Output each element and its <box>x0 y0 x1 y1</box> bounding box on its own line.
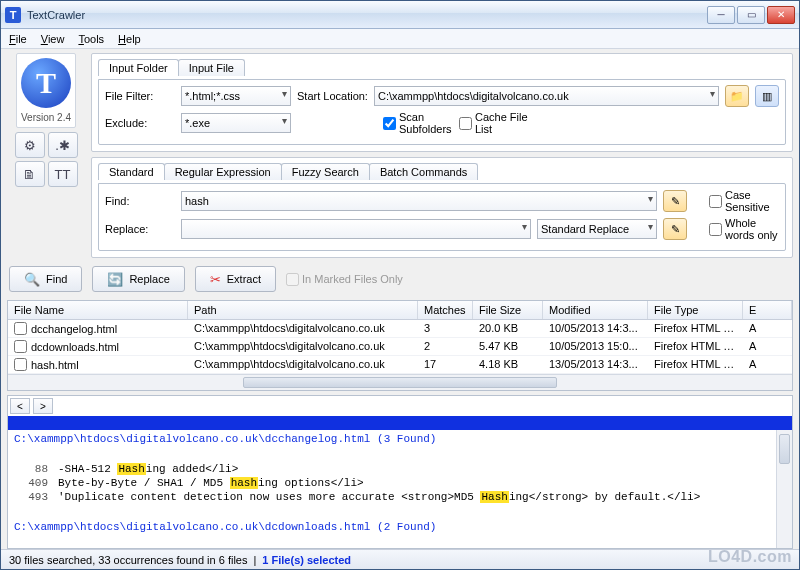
replace-input[interactable] <box>181 219 531 239</box>
row-checkbox[interactable] <box>14 340 27 353</box>
columns-icon: ▥ <box>762 90 772 103</box>
preview-vscrollbar[interactable] <box>776 430 792 548</box>
row-checkbox[interactable] <box>14 322 27 335</box>
results-grid: File Name Path Matches File Size Modifie… <box>7 300 793 391</box>
app-icon: T <box>5 7 21 23</box>
table-row[interactable]: hash.htmlC:\xammpp\htdocs\digitalvolcano… <box>8 356 792 374</box>
prev-match-button[interactable]: < <box>10 398 30 414</box>
file-filter-label: File Filter: <box>105 90 175 102</box>
scan-subfolders-checkbox[interactable]: Scan Subfolders <box>383 111 453 135</box>
cache-filelist-checkbox[interactable]: Cache File List <box>459 111 529 135</box>
preview-line[interactable]: 493'Duplicate content detection now uses… <box>8 490 776 504</box>
replace-label: Replace: <box>105 223 175 235</box>
preview-file-header[interactable]: C:\xammpp\htdocs\digitalvolcano.co.uk\dc… <box>8 518 776 536</box>
tab-batch[interactable]: Batch Commands <box>369 163 478 180</box>
settings-button[interactable]: ⚙ <box>15 132 45 158</box>
preview-line[interactable]: 409Byte-by-Byte / SHA1 / MD5 hashing opt… <box>8 476 776 490</box>
selection-bar <box>8 416 792 430</box>
pencil-icon: ✎ <box>671 223 680 236</box>
tab-standard[interactable]: Standard <box>98 163 165 180</box>
document-button[interactable]: 🗎 <box>15 161 45 187</box>
app-logo: T <box>21 58 71 108</box>
col-filename[interactable]: File Name <box>8 301 188 319</box>
menu-view[interactable]: View <box>41 33 65 45</box>
menu-help[interactable]: Help <box>118 33 141 45</box>
replace-button[interactable]: 🔄Replace <box>92 266 184 292</box>
col-filetype[interactable]: File Type <box>648 301 743 319</box>
minimize-button[interactable]: ─ <box>707 6 735 24</box>
tab-regex[interactable]: Regular Expression <box>164 163 282 180</box>
col-enc[interactable]: E <box>743 301 792 319</box>
start-location-label: Start Location: <box>297 90 368 102</box>
search-panel: Standard Regular Expression Fuzzy Search… <box>91 157 793 258</box>
browse-folder-button[interactable]: 📁 <box>725 85 749 107</box>
search-icon: 🔍 <box>24 272 40 287</box>
col-matches[interactable]: Matches <box>418 301 473 319</box>
row-checkbox[interactable] <box>14 358 27 371</box>
menubar: File View Tools Help <box>1 29 799 49</box>
replace-icon: 🔄 <box>107 272 123 287</box>
layout-button[interactable]: ▥ <box>755 85 779 107</box>
preview-file-header[interactable]: C:\xammpp\htdocs\digitalvolcano.co.uk\dc… <box>8 430 776 448</box>
table-row[interactable]: dcdownloads.htmlC:\xammpp\htdocs\digital… <box>8 338 792 356</box>
preview-line[interactable]: 88-SHA-512 Hashing added</li> <box>8 462 776 476</box>
file-filter-input[interactable] <box>181 86 291 106</box>
replace-mode-select[interactable] <box>537 219 657 239</box>
edit-find-button[interactable]: ✎ <box>663 190 687 212</box>
find-input[interactable] <box>181 191 657 211</box>
grid-hscrollbar[interactable] <box>8 374 792 390</box>
folder-icon: 📁 <box>730 90 744 103</box>
statusbar: 30 files searched, 33 occurrences found … <box>1 549 799 569</box>
maximize-button[interactable]: ▭ <box>737 6 765 24</box>
table-row[interactable]: dcchangelog.htmlC:\xammpp\htdocs\digital… <box>8 320 792 338</box>
preview-pane: < > C:\xammpp\htdocs\digitalvolcano.co.u… <box>7 395 793 549</box>
close-button[interactable]: ✕ <box>767 6 795 24</box>
scissors-icon: ✂ <box>210 272 221 287</box>
tab-fuzzy[interactable]: Fuzzy Search <box>281 163 370 180</box>
version-label: Version 2.4 <box>21 112 71 123</box>
status-summary: 30 files searched, 33 occurrences found … <box>9 554 247 566</box>
input-panel: Input Folder Input File File Filter: Sta… <box>91 53 793 152</box>
whole-words-checkbox[interactable]: Whole words only <box>709 217 779 241</box>
pencil-icon: ✎ <box>671 195 680 208</box>
menu-file[interactable]: File <box>9 33 27 45</box>
next-match-button[interactable]: > <box>33 398 53 414</box>
menu-tools[interactable]: Tools <box>78 33 104 45</box>
extract-button[interactable]: ✂Extract <box>195 266 276 292</box>
col-path[interactable]: Path <box>188 301 418 319</box>
tab-input-folder[interactable]: Input Folder <box>98 59 179 76</box>
start-location-input[interactable] <box>374 86 719 106</box>
col-modified[interactable]: Modified <box>543 301 648 319</box>
regex-tester-button[interactable]: .✱ <box>48 132 78 158</box>
edit-replace-button[interactable]: ✎ <box>663 218 687 240</box>
tab-input-file[interactable]: Input File <box>178 59 245 76</box>
exclude-label: Exclude: <box>105 117 175 129</box>
col-filesize[interactable]: File Size <box>473 301 543 319</box>
exclude-input[interactable] <box>181 113 291 133</box>
status-selected: 1 File(s) selected <box>262 554 351 566</box>
text-tool-button[interactable]: TT <box>48 161 78 187</box>
window-title: TextCrawler <box>27 9 707 21</box>
find-label: Find: <box>105 195 175 207</box>
case-sensitive-checkbox[interactable]: Case Sensitive <box>709 189 779 213</box>
find-button[interactable]: 🔍Find <box>9 266 82 292</box>
marked-only-checkbox: In Marked Files Only <box>286 273 403 286</box>
